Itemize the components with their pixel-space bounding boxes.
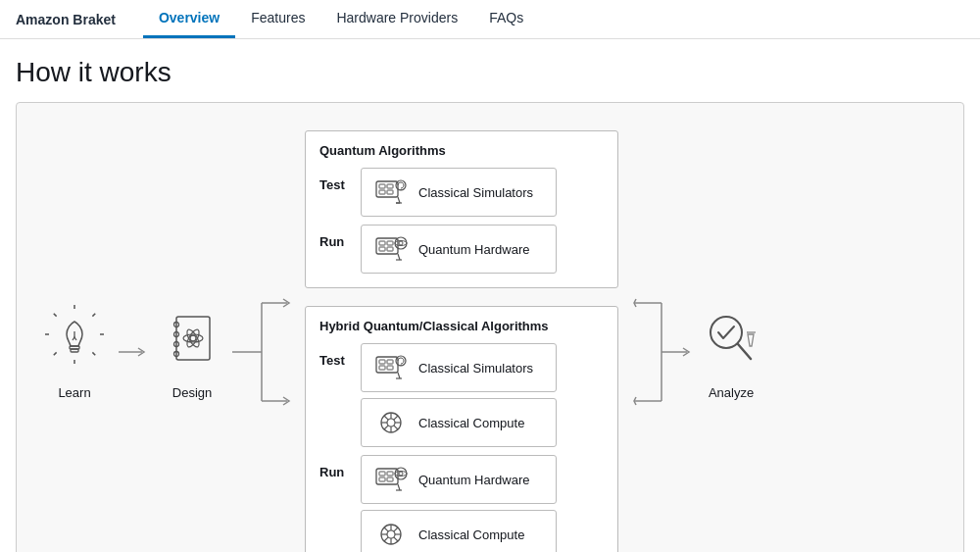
nav-overview[interactable]: Overview [143, 0, 235, 38]
svg-line-62 [394, 416, 398, 420]
quantum-hw-icon-1 [373, 231, 409, 267]
hybrid-algorithms-group: Hybrid Quantum/Classical Algorithms Test [305, 306, 618, 552]
svg-rect-46 [379, 360, 385, 364]
algorithms-area: Quantum Algorithms Test [305, 130, 618, 552]
arrow-design-algorithms [226, 254, 297, 450]
svg-rect-48 [379, 366, 385, 370]
svg-line-60 [384, 416, 388, 420]
quantum-algo-rows: Test [319, 168, 604, 274]
step-design: Design [158, 305, 226, 400]
svg-rect-37 [387, 241, 393, 245]
arrow-algorithms-analyze [626, 254, 697, 450]
svg-rect-39 [387, 247, 393, 251]
classical-compute-icon-2 [373, 517, 409, 552]
hybrid-run-label: Run [319, 455, 351, 479]
hybrid-test-items: Classical Simulators [361, 343, 557, 447]
learn-icon [40, 305, 109, 374]
quantum-test-row: Test [319, 168, 604, 217]
svg-line-63 [384, 426, 388, 429]
classical-sim-icon-1 [373, 175, 409, 210]
svg-rect-66 [387, 472, 393, 476]
quantum-test-classical-sim-label: Classical Simulators [418, 185, 533, 200]
svg-line-82 [394, 527, 398, 531]
svg-rect-38 [379, 247, 385, 251]
svg-line-61 [394, 426, 398, 429]
classical-sim-icon-2 [373, 350, 409, 385]
quantum-hw-icon-2 [373, 462, 409, 497]
svg-rect-35 [376, 238, 398, 254]
svg-rect-64 [376, 469, 398, 484]
quantum-run-items: Quantum Hardware [361, 225, 557, 274]
arrow-learn-design [109, 344, 158, 360]
svg-line-52 [398, 373, 400, 378]
svg-point-51 [400, 365, 402, 367]
hybrid-run-quantum-hw-label: Quantum Hardware [418, 473, 529, 487]
page-title: How it works [0, 39, 980, 102]
hybrid-test-row: Test [319, 343, 604, 447]
how-it-works-diagram: Learn [16, 102, 964, 552]
hybrid-test-label: Test [319, 343, 351, 368]
svg-rect-12 [176, 317, 210, 360]
step-learn: Learn [40, 305, 109, 400]
quantum-test-label: Test [319, 168, 351, 192]
nav-faqs[interactable]: FAQs [473, 0, 539, 38]
header: Amazon Braket Overview Features Hardware… [0, 0, 980, 39]
brand-name: Amazon Braket [16, 12, 116, 27]
svg-point-70 [399, 472, 403, 476]
svg-point-40 [395, 237, 407, 249]
svg-rect-26 [379, 184, 385, 188]
svg-line-80 [384, 527, 388, 531]
svg-point-69 [395, 468, 407, 479]
svg-rect-45 [376, 357, 398, 373]
analyze-icon [697, 305, 765, 374]
svg-point-17 [190, 335, 196, 341]
svg-rect-47 [387, 360, 393, 364]
step-analyze: Analyze [697, 305, 765, 400]
hybrid-run-classical-compute-label: Classical Compute [418, 527, 524, 542]
svg-line-81 [394, 537, 398, 541]
svg-rect-65 [379, 472, 385, 476]
svg-point-31 [400, 189, 402, 191]
svg-rect-27 [387, 184, 393, 188]
hybrid-test-classical-compute-label: Classical Compute [418, 416, 524, 430]
hybrid-test-classical-sim: Classical Simulators [361, 343, 557, 392]
svg-line-5 [54, 352, 57, 355]
main-nav: Overview Features Hardware Providers FAQ… [143, 0, 539, 38]
design-label: Design [172, 385, 212, 400]
quantum-run-hw: Quantum Hardware [361, 225, 557, 274]
svg-line-89 [738, 344, 751, 359]
quantum-algorithms-group: Quantum Algorithms Test [305, 130, 618, 288]
design-icon [158, 305, 226, 374]
svg-point-41 [399, 241, 403, 245]
analyze-label: Analyze [709, 385, 754, 400]
hybrid-run-classical-compute: Classical Compute [361, 510, 557, 552]
svg-line-43 [398, 254, 400, 260]
hybrid-run-quantum-hw: Quantum Hardware [361, 455, 557, 504]
svg-rect-49 [387, 366, 393, 370]
hybrid-run-items: Quantum Hardware [361, 455, 557, 552]
svg-line-72 [398, 484, 400, 490]
quantum-algorithms-title: Quantum Algorithms [319, 143, 604, 158]
quantum-run-hw-label: Quantum Hardware [418, 242, 529, 257]
nav-features[interactable]: Features [235, 0, 320, 38]
classical-compute-icon-1 [373, 405, 409, 440]
svg-rect-28 [379, 190, 385, 194]
hybrid-test-classical-compute: Classical Compute [361, 398, 557, 447]
svg-line-1 [92, 313, 95, 316]
svg-line-83 [384, 537, 388, 541]
svg-rect-68 [387, 477, 393, 481]
nav-hardware-providers[interactable]: Hardware Providers [320, 0, 473, 38]
svg-rect-36 [379, 241, 385, 245]
svg-line-3 [92, 352, 95, 355]
svg-rect-9 [71, 349, 78, 352]
quantum-run-label: Run [319, 225, 351, 249]
svg-point-55 [387, 419, 395, 427]
learn-label: Learn [58, 385, 90, 400]
svg-rect-25 [376, 181, 398, 197]
hybrid-algo-rows: Test [319, 343, 604, 552]
svg-point-75 [387, 530, 395, 538]
svg-rect-67 [379, 477, 385, 481]
quantum-test-classical-sim: Classical Simulators [361, 168, 557, 217]
hybrid-run-row: Run [319, 455, 604, 552]
svg-line-7 [54, 313, 57, 316]
